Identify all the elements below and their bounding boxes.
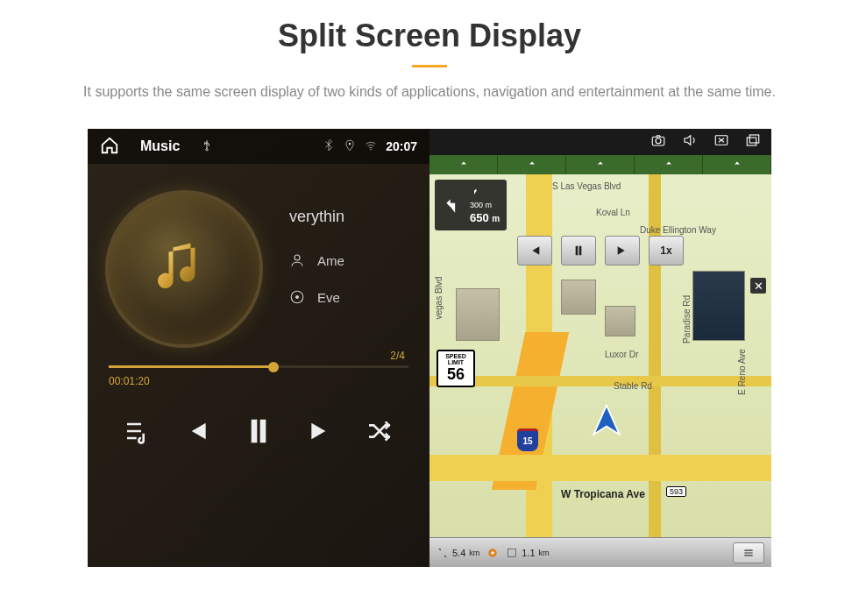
street-label: Koval Ln	[596, 208, 630, 217]
page-title: Split Screen Display	[0, 18, 859, 54]
street-label: S Las Vegas Blvd	[552, 181, 621, 191]
lane-arrow-icon	[498, 155, 566, 174]
pause-button[interactable]	[241, 414, 276, 452]
album-name: Eve	[317, 290, 340, 305]
album-art[interactable]	[105, 190, 263, 348]
close-app-icon[interactable]	[713, 132, 729, 152]
sim-next-button[interactable]	[605, 236, 640, 266]
sim-speed-button[interactable]: 1x	[649, 236, 684, 266]
next-turn-distance: 300 m	[470, 201, 500, 209]
street-label: Paradise Rd	[682, 295, 692, 343]
usb-icon	[201, 138, 213, 156]
speed-limit-sign: SPEED LIMIT 56	[437, 350, 475, 387]
nav-bottom-bar: 5.4 km 1.1 km	[430, 537, 771, 567]
speed-limit-label: SPEED LIMIT	[438, 353, 473, 365]
svg-point-0	[349, 143, 351, 145]
volume-icon[interactable]	[682, 132, 698, 152]
svg-point-4	[296, 296, 299, 299]
building	[605, 306, 635, 336]
lane-arrow-icon	[635, 155, 703, 174]
artist-row: Ame	[289, 252, 344, 268]
music-note-icon	[149, 232, 219, 306]
nav-menu-button[interactable]	[733, 542, 764, 563]
prev-button[interactable]	[182, 417, 210, 449]
page-subtitle: It supports the same screen display of t…	[44, 81, 815, 103]
turn-instruction: 300 m 650 m	[435, 180, 507, 230]
progress-fill	[109, 365, 273, 368]
next-waypoint-distance: 1.1 km	[506, 547, 549, 559]
bluetooth-icon	[323, 139, 335, 154]
dist2-unit: km	[539, 549, 550, 557]
music-status-bar: Music 20:07	[88, 129, 430, 164]
street-label: Luxor Dr	[605, 350, 638, 359]
vehicle-arrow-icon	[587, 402, 626, 444]
svg-point-1	[371, 149, 372, 150]
camera-icon[interactable]	[650, 132, 666, 152]
svg-rect-8	[747, 138, 756, 145]
road	[430, 376, 771, 386]
progress-knob[interactable]	[268, 362, 279, 372]
building	[456, 288, 500, 341]
road	[430, 455, 771, 481]
lane-arrow-icon	[703, 155, 771, 174]
building	[692, 271, 745, 341]
track-count: 2/4	[390, 350, 405, 362]
dist1-value: 5.4	[452, 548, 465, 558]
home-icon[interactable]	[100, 136, 119, 158]
wifi-icon	[365, 139, 377, 154]
close-sim-button[interactable]: ✕	[750, 278, 766, 294]
album-row: Eve	[289, 289, 344, 305]
turn-unit: m	[492, 214, 500, 223]
svg-point-6	[656, 138, 661, 144]
street-label: Stable Rd	[614, 381, 652, 391]
turn-distance: 650	[470, 211, 489, 224]
speed-limit-value: 56	[438, 365, 473, 384]
split-screen-device: Music 20:07 verythin Ame	[88, 129, 771, 567]
lane-guidance-bar	[430, 155, 771, 174]
location-icon	[344, 139, 356, 154]
street-label: W Tropicana Ave	[561, 488, 645, 500]
street-label: Duke Ellington Way	[640, 225, 716, 235]
dist2-value: 1.1	[522, 548, 535, 558]
street-label: E Reno Ave	[737, 349, 747, 395]
lane-arrow-icon	[566, 155, 635, 174]
track-title: verythin	[289, 208, 344, 226]
distance-remaining: 5.4 km	[437, 547, 479, 559]
artist-name: Ame	[317, 253, 344, 268]
svg-rect-9	[749, 135, 759, 143]
waypoint-indicator	[486, 547, 499, 559]
map-canvas[interactable]: S Las Vegas Blvd Koval Ln Duke Ellington…	[430, 174, 771, 537]
playlist-button[interactable]	[124, 417, 152, 449]
clock: 20:07	[386, 139, 417, 153]
next-button[interactable]	[307, 417, 335, 449]
elapsed-time: 00:01:20	[109, 375, 150, 387]
navigation-panel: S Las Vegas Blvd Koval Ln Duke Ellington…	[430, 129, 771, 567]
progress-bar[interactable]: 2/4	[109, 365, 408, 368]
system-bar	[430, 129, 771, 155]
title-underline	[412, 65, 447, 67]
building	[561, 280, 596, 315]
music-panel: Music 20:07 verythin Ame	[88, 129, 430, 567]
app-title: Music	[140, 138, 180, 154]
dist1-unit: km	[469, 549, 479, 557]
interstate-shield: 15	[517, 428, 538, 451]
sim-pause-button[interactable]	[561, 236, 596, 266]
street-label: vegas Blvd	[434, 277, 444, 320]
svg-point-11	[492, 551, 495, 555]
recent-apps-icon[interactable]	[745, 132, 761, 152]
route-tag: 593	[666, 486, 686, 497]
shuffle-button[interactable]	[366, 417, 394, 449]
lane-arrow-icon	[430, 155, 498, 174]
svg-point-2	[295, 255, 300, 260]
sim-prev-button[interactable]	[517, 236, 552, 266]
